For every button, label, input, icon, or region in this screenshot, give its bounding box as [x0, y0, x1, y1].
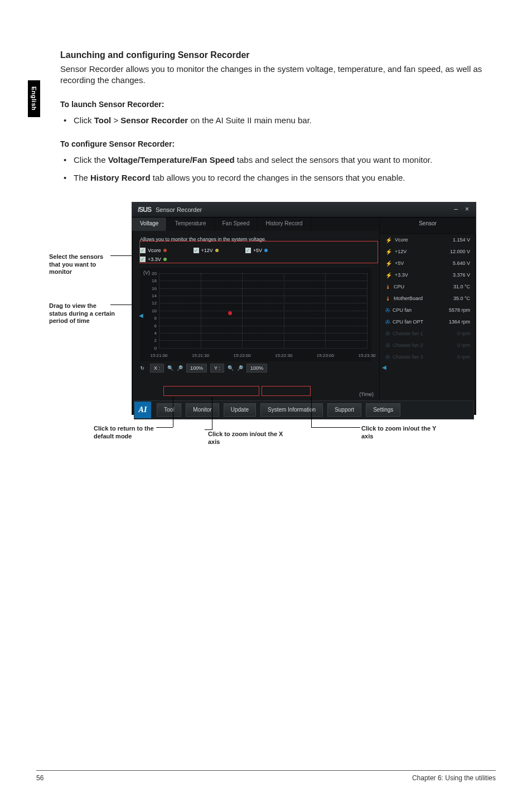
bolt-icon: ⚡	[385, 260, 392, 267]
sensor-value: 1.154 V	[453, 237, 470, 243]
voltage-chart[interactable]: ◀ (V) 2018161412108642015:21:0015:21:301…	[140, 268, 371, 361]
leader-line	[156, 427, 173, 428]
sensor-panel-header: Sensor	[380, 218, 476, 234]
menu-monitor[interactable]: Monitor	[186, 403, 219, 417]
text: Click	[74, 115, 94, 125]
close-button[interactable]: ×	[463, 206, 471, 214]
configure-item: The History Record tab allows you to rec…	[74, 172, 496, 184]
fan-icon: ✇	[385, 354, 390, 360]
fan-icon: ✇	[385, 319, 390, 325]
highlight-box	[163, 386, 259, 396]
launch-heading: To launch Sensor Recorder:	[60, 100, 496, 109]
tab-fan-speed[interactable]: Fan Speed	[215, 218, 258, 231]
text: The	[74, 173, 90, 182]
tab-temperature[interactable]: Temperature	[167, 218, 214, 231]
sensor-value: 12.000 V	[450, 249, 470, 254]
bold: Sensor Recorder	[120, 115, 188, 125]
fan-icon: ✇	[385, 307, 390, 313]
sensor-name: +12V	[395, 249, 407, 254]
y-tick: 0	[146, 346, 157, 351]
bolt-icon: ⚡	[385, 249, 392, 255]
menu-settings[interactable]: Settings	[366, 403, 400, 417]
tab-voltage[interactable]: Voltage	[132, 218, 167, 231]
sensor-rows: ⚡Vcore1.154 V⚡+12V12.000 V⚡+5V5.640 V⚡+3…	[380, 234, 476, 363]
minimize-button[interactable]: –	[452, 206, 460, 214]
sensor-name: Chassis fan 1	[393, 331, 423, 336]
zoom-out-x-icon[interactable]: 🔎	[177, 365, 183, 371]
sensor-recorder-window: /SUS Sensor Recorder – × Voltage Tempera…	[132, 202, 476, 415]
therm-icon: 🌡	[385, 296, 391, 302]
callout-zoom-x: Click to zoom in/out the X axis	[208, 431, 292, 446]
section-heading: Launching and configuring Sensor Recorde…	[60, 50, 496, 60]
fan-icon: ✇	[385, 342, 390, 349]
y-tick: 6	[146, 323, 157, 328]
bold: Tool	[94, 115, 112, 125]
zoom-in-y-icon[interactable]: 🔍	[228, 365, 234, 371]
text: on the AI Suite II main menu bar.	[188, 115, 312, 125]
x-tick: 15:23:30	[358, 353, 375, 358]
x-tick: 15:21:00	[150, 353, 167, 358]
highlight-box	[139, 241, 378, 263]
section-intro: Sensor Recorder allows you to monitor th…	[60, 64, 496, 86]
highlight-box	[262, 386, 311, 396]
sensor-value: 5.640 V	[453, 260, 470, 266]
y-tick: 16	[146, 286, 157, 291]
sensor-name: Chassis fan 2	[393, 342, 423, 348]
tab-history-record[interactable]: History Record	[258, 218, 311, 231]
sensor-row: ⚡Vcore1.154 V	[380, 234, 476, 246]
y-tick: 10	[146, 308, 157, 313]
x-tick: 15:23:00	[317, 353, 334, 358]
configure-item: Click the Voltage/Temperature/Fan Speed …	[74, 154, 496, 166]
language-tab: English	[28, 80, 40, 117]
text: Click the	[74, 155, 108, 165]
zoom-bar: ↺ X : 🔍 🔎 100% Y : 🔍 🔎 100%	[132, 361, 379, 377]
reset-zoom-icon[interactable]: ↺	[140, 365, 144, 371]
scroll-left-icon[interactable]: ◀	[380, 363, 476, 371]
bold: Voltage/Temperature/Fan Speed	[108, 155, 235, 165]
menu-tool[interactable]: Tool	[157, 403, 181, 417]
y-tick: 20	[146, 271, 157, 276]
sensor-value: 0 rpm	[457, 342, 470, 348]
launch-item: Click Tool > Sensor Recorder on the AI S…	[74, 114, 496, 127]
asus-logo: /SUS	[138, 206, 151, 214]
sensor-row: ✇CPU fan OPT1364 rpm	[380, 316, 476, 328]
zoom-in-x-icon[interactable]: 🔍	[167, 365, 173, 371]
leader-line	[212, 397, 212, 429]
chart-grid: 2018161412108642015:21:0015:21:3015:22:0…	[159, 273, 367, 348]
window-title: Sensor Recorder	[156, 206, 202, 213]
sensor-value: 35.0 °C	[453, 296, 470, 301]
y-tick: 14	[146, 293, 157, 298]
configure-heading: To configure Sensor Recorder:	[60, 139, 496, 148]
zoom-x-value: 100%	[186, 364, 207, 373]
x-tick: 15:22:30	[275, 353, 292, 358]
menu-support[interactable]: Support	[327, 403, 361, 417]
x-tick: 15:21:30	[192, 353, 209, 358]
fan-icon: ✇	[385, 331, 390, 337]
leader-line	[311, 427, 360, 428]
sensor-row: ⚡+12V12.000 V	[380, 246, 476, 258]
configure-list: Click the Voltage/Temperature/Fan Speed …	[60, 154, 496, 184]
zoom-out-y-icon[interactable]: 🔎	[237, 365, 243, 371]
suite-bottom-bar: AI Tool Monitor Update System Informatio…	[134, 400, 474, 419]
sensor-value: 5578 rpm	[449, 307, 470, 313]
page-footer: 56 Chapter 6: Using the utilities	[36, 770, 496, 782]
sensor-value: 0 rpm	[457, 331, 470, 336]
leader-line	[205, 429, 212, 430]
y-tick: 18	[146, 278, 157, 283]
y-tick: 4	[146, 331, 157, 336]
menu-update[interactable]: Update	[224, 403, 256, 417]
menu-system-information[interactable]: System Information	[260, 403, 323, 417]
sensor-value: 0 rpm	[457, 354, 470, 360]
y-tick: 2	[146, 338, 157, 343]
scroll-left-icon[interactable]: ◀	[139, 312, 143, 318]
ai-suite-logo[interactable]: AI	[134, 402, 151, 418]
callout-drag-view: Drag to view the status during a certain…	[49, 302, 116, 325]
titlebar: /SUS Sensor Recorder – ×	[132, 202, 476, 218]
sensor-name: CPU fan	[393, 307, 412, 313]
sensor-name: Chassis fan 3	[393, 354, 423, 360]
sensor-side-panel: Sensor ⚡Vcore1.154 V⚡+12V12.000 V⚡+5V5.6…	[379, 218, 476, 415]
zoom-y-label: Y :	[210, 364, 224, 373]
x-tick: 15:22:00	[234, 353, 251, 358]
sensor-name: Vcore	[395, 237, 408, 243]
sensor-row: ✇Chassis fan 10 rpm	[380, 328, 476, 340]
